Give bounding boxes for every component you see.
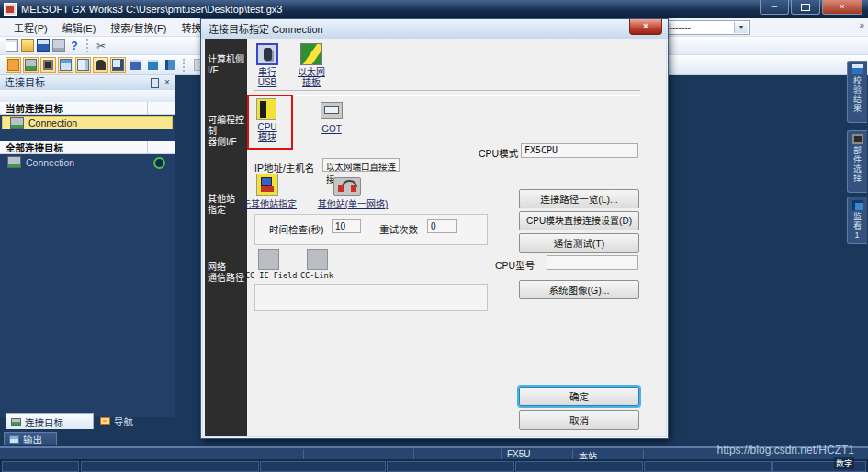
other-station-single-item[interactable] <box>333 177 361 196</box>
dock-panel-title: 连接目标 <box>5 77 45 88</box>
retry-count-field[interactable]: 0 <box>427 219 457 233</box>
status-segment <box>2 461 79 472</box>
column-divider <box>147 102 148 115</box>
connection-path-list-button[interactable]: 连接路径一览(L)... <box>519 189 639 208</box>
communication-test-button[interactable]: 通信测试(T) <box>519 233 639 253</box>
tab-verify-result[interactable]: 校验结果 <box>847 61 867 123</box>
ok-button[interactable]: 确定 <box>519 387 639 406</box>
network-route-label: 网络 通信路径 <box>208 262 246 284</box>
device-memory-icon[interactable] <box>145 57 161 73</box>
minimize-button[interactable]: ─ <box>760 0 789 15</box>
window-title: MELSOFT GX Works3 C:\Users\pmtuser\Deskt… <box>21 4 282 15</box>
all-connections-label: 全部连接目标 <box>6 142 63 153</box>
find-in-window-icon[interactable] <box>110 57 126 73</box>
output-window-icon[interactable] <box>58 57 73 73</box>
cc-link-icon[interactable] <box>307 249 328 270</box>
connection-tab-label: 连接目标 <box>25 415 63 429</box>
open-project-icon[interactable] <box>21 39 34 52</box>
progress-window-icon[interactable] <box>75 57 91 73</box>
no-other-station-label[interactable]: 无其他站指定 <box>238 199 300 209</box>
tab-element-selection[interactable]: 部件选择 <box>847 130 867 193</box>
tab-watch-1[interactable]: 监看1 <box>847 197 867 244</box>
cancel-button[interactable]: 取消 <box>519 410 639 430</box>
device-storage-icon[interactable] <box>163 57 178 73</box>
pin-icon[interactable] <box>151 78 159 88</box>
status-bar-row2 <box>0 459 868 472</box>
connection-destination-icon[interactable] <box>23 57 39 73</box>
element-selection-icon[interactable] <box>40 57 56 73</box>
connection-destination-dialog: 连接目标指定 Connection × 计算机侧 I/F 可编程控制 器侧I/F… <box>200 18 669 439</box>
got-item[interactable] <box>321 102 343 119</box>
serial-usb-label[interactable]: 串行 USB <box>243 67 291 87</box>
dialog-close-button[interactable]: × <box>629 19 662 35</box>
menu-project[interactable]: 工程(P) <box>7 18 54 37</box>
serial-usb-icon <box>256 43 278 65</box>
app-icon <box>4 3 17 16</box>
check-time-field[interactable]: 10 <box>332 219 361 233</box>
status-segment <box>387 461 514 472</box>
toolbar-grip[interactable] <box>86 39 91 52</box>
find-icon[interactable] <box>93 57 108 73</box>
cc-link-label: CC-Link <box>300 271 333 280</box>
tab-output[interactable]: 输出 <box>4 432 57 445</box>
restore-icon <box>801 4 810 11</box>
other-station-single-label[interactable]: 其他站(单一网络) <box>311 199 394 209</box>
dialog-title: 连接目标指定 Connection <box>209 24 323 35</box>
print-icon[interactable] <box>52 39 65 52</box>
cc-ie-field-label: CC IE Field <box>245 271 297 280</box>
serial-usb-item[interactable] <box>256 43 278 65</box>
cpu-model-label: CPU型号 <box>495 258 535 272</box>
current-connection-name: Connection <box>28 118 77 129</box>
other-station-single-icon <box>333 177 361 196</box>
cpu-direct-connection-button[interactable]: CPU模块直接连接设置(D) <box>519 211 639 230</box>
active-connection-radio[interactable] <box>153 157 165 169</box>
toolbar-overflow-icon[interactable]: » <box>859 20 864 30</box>
no-other-station-item[interactable] <box>256 174 278 196</box>
cpu-module-item[interactable] <box>256 98 276 120</box>
dialog-titlebar[interactable]: 连接目标指定 Connection <box>201 19 668 39</box>
dock-close-icon[interactable]: × <box>163 77 172 87</box>
all-connection-item[interactable]: Connection <box>0 155 175 169</box>
restore-button[interactable] <box>791 0 820 15</box>
got-icon <box>321 102 343 119</box>
help-icon[interactable]: ? <box>68 39 81 52</box>
new-project-icon[interactable] <box>6 39 18 52</box>
all-connections-header: 全部连接目标 <box>0 141 175 154</box>
watch-tab-label: 监看1 <box>851 212 863 241</box>
close-button[interactable]: × <box>822 0 862 15</box>
window-titlebar: MELSOFT GX Works3 C:\Users\pmtuser\Deskt… <box>0 0 868 18</box>
current-connection-label: 当前连接目标 <box>6 103 63 114</box>
cpu-mode-field: FX5CPU <box>521 143 638 158</box>
menu-find-replace[interactable]: 搜索/替换(F) <box>104 18 173 37</box>
dialog-sidebar: 计算机侧 I/F 可编程控制 器侧I/F 其他站 指定 网络 通信路径 <box>205 39 247 436</box>
cc-ie-field-icon[interactable] <box>258 249 279 270</box>
cpu-module-icon <box>256 98 276 120</box>
watch-window-icon <box>852 200 863 210</box>
current-connection-item[interactable]: Connection <box>2 116 173 129</box>
cut-icon[interactable]: ✂ <box>96 39 109 52</box>
got-label[interactable]: GOT <box>315 124 348 134</box>
route-info-box <box>254 284 488 311</box>
tab-navigation[interactable]: 导航 <box>96 413 154 429</box>
menu-edit[interactable]: 编辑(E) <box>56 18 103 37</box>
ip-hostname-field[interactable]: 以太网端口直接连接 <box>322 158 400 172</box>
retry-count-label: 重试次数 <box>379 222 418 236</box>
cpu-model-field <box>547 255 638 270</box>
cpu-module-label[interactable]: CPU 模块 <box>247 122 287 142</box>
ip-hostname-label: IP地址/主机名 <box>254 161 314 174</box>
status-segment <box>515 461 643 472</box>
tab-connection-destination[interactable]: 连接目标 <box>6 413 94 429</box>
device-comment-icon[interactable] <box>128 57 143 73</box>
connection-tab-icon <box>11 418 21 426</box>
ethernet-board-label[interactable]: 以太网 插板 <box>287 67 335 87</box>
ethernet-board-item[interactable] <box>300 43 322 65</box>
plc-side-if-label: 可编程控制 器侧I/F <box>208 115 246 148</box>
status-segment <box>81 461 259 472</box>
system-image-button[interactable]: 系统图像(G)... <box>519 280 639 299</box>
toolbar-grip-2[interactable] <box>183 59 187 72</box>
status-segment <box>644 461 772 472</box>
column-divider <box>147 141 148 154</box>
navigation-window-icon[interactable] <box>6 57 21 73</box>
chevron-down-icon[interactable]: ▾ <box>734 22 748 33</box>
save-project-icon[interactable] <box>37 39 50 52</box>
